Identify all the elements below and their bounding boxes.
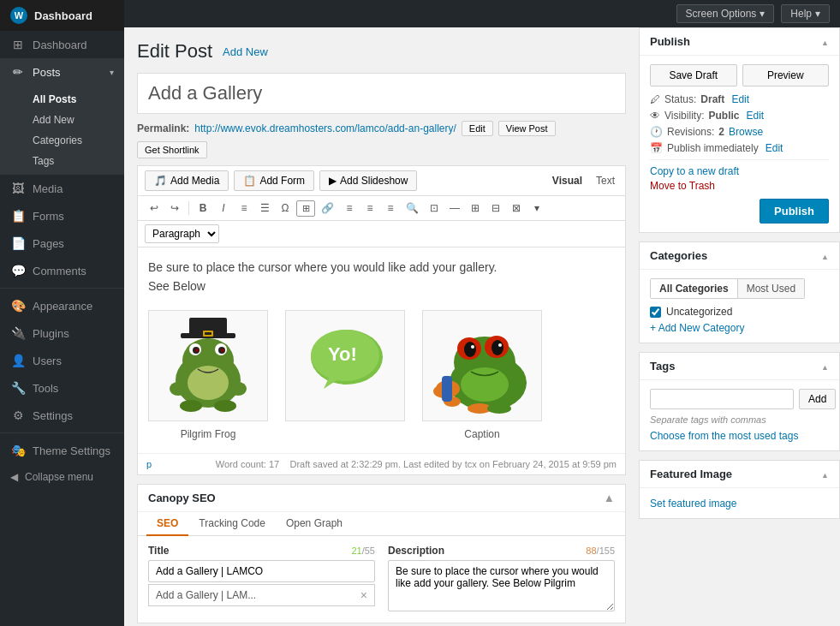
sidebar-sub-item-add-new[interactable]: Add New: [0, 110, 124, 130]
sidebar-sub-item-all-posts[interactable]: All Posts: [0, 89, 124, 110]
sidebar-item-appearance[interactable]: 🎨 Appearance: [0, 292, 124, 319]
forms-icon: 📋: [10, 209, 26, 223]
collapse-menu-item[interactable]: ◀ Collapse menu: [0, 464, 124, 490]
sidebar-panel: Publish Save Draft Preview 🖊 Status: Dra…: [639, 27, 840, 626]
redo-button[interactable]: ↪: [165, 200, 184, 217]
add-form-button[interactable]: 📋 Add Form: [234, 170, 314, 191]
special-chars-button[interactable]: Ω: [276, 200, 295, 217]
sidebar-item-media[interactable]: 🖼 Media: [0, 175, 124, 202]
browse-link[interactable]: Browse: [729, 126, 763, 138]
search-replace-button[interactable]: 🔍: [402, 200, 423, 217]
cat-tab-all[interactable]: All Categories: [650, 278, 738, 299]
seo-tab-opengraph[interactable]: Open Graph: [276, 512, 353, 536]
table-options-button[interactable]: ⊠: [507, 200, 526, 217]
gallery-image-2: [422, 310, 542, 421]
link-button[interactable]: 🔗: [317, 200, 338, 217]
italic-button[interactable]: I: [214, 200, 233, 217]
add-slideshow-button[interactable]: ▶ Add Slideshow: [319, 170, 417, 191]
publish-panel-header[interactable]: Publish: [640, 28, 839, 56]
preview-button[interactable]: Preview: [742, 64, 830, 86]
copy-draft-link[interactable]: Copy to a new draft: [650, 165, 829, 177]
tools-icon: 🔧: [10, 381, 26, 395]
table-button[interactable]: ⊞: [466, 200, 485, 217]
sidebar-sub-item-categories[interactable]: Categories: [0, 130, 124, 151]
move-trash-link[interactable]: Move to Trash: [650, 180, 715, 192]
sidebar-item-pages[interactable]: 📄 Pages: [0, 230, 124, 257]
permalink-label: Permalink:: [137, 122, 189, 134]
appearance-icon: 🎨: [10, 299, 26, 313]
seo-collapse-button[interactable]: ▲: [604, 492, 615, 504]
save-draft-button[interactable]: Save Draft: [650, 64, 737, 86]
post-title-input[interactable]: [138, 74, 625, 113]
align-right-button[interactable]: ≡: [381, 200, 400, 217]
uncategorized-checkbox[interactable]: [650, 307, 661, 318]
shortlink-button[interactable]: Get Shortlink: [137, 141, 207, 158]
seo-tab-seo[interactable]: SEO: [146, 512, 188, 536]
visibility-edit-link[interactable]: Edit: [746, 110, 764, 122]
sidebar-item-users[interactable]: 👤 Users: [0, 347, 124, 374]
more-button[interactable]: ⊞: [296, 200, 315, 217]
seo-autocomplete-close[interactable]: ×: [360, 588, 367, 602]
categories-panel-header[interactable]: Categories: [640, 242, 839, 270]
sidebar-sub-item-tags[interactable]: Tags: [0, 151, 124, 171]
svg-point-10: [229, 382, 247, 396]
featured-image-content: Set featured image: [640, 488, 839, 518]
view-post-button[interactable]: View Post: [498, 121, 556, 136]
view-toggle: Visual Text: [549, 173, 618, 188]
align-center-button[interactable]: ≡: [360, 200, 379, 217]
permalink-edit-button[interactable]: Edit: [462, 121, 493, 136]
sidebar-item-tools[interactable]: 🔧 Tools: [0, 374, 124, 402]
publish-buttons-row: Save Draft Preview: [650, 64, 829, 86]
sidebar-item-settings[interactable]: ⚙ Settings: [0, 402, 124, 429]
screen-options-button[interactable]: Screen Options ▾: [676, 4, 775, 23]
tags-input[interactable]: [650, 389, 794, 409]
categories-tabs: All Categories Most Used: [650, 278, 829, 299]
embed-button[interactable]: ⊡: [425, 200, 444, 217]
bold-button[interactable]: B: [194, 200, 212, 217]
seo-desc-header: Description 88/155: [388, 545, 615, 557]
ordered-list-button[interactable]: ☰: [255, 200, 274, 217]
set-featured-image-link[interactable]: Set featured image: [650, 498, 736, 510]
seo-tab-tracking[interactable]: Tracking Code: [188, 512, 276, 536]
sidebar-item-comments[interactable]: 💬 Comments: [0, 257, 124, 284]
sidebar-item-forms[interactable]: 📋 Forms: [0, 202, 124, 230]
choose-tags-link[interactable]: Choose from the most used tags: [650, 430, 798, 442]
featured-image-header[interactable]: Featured Image: [640, 461, 839, 488]
editor-content[interactable]: Be sure to place the cursor where you wo…: [138, 247, 625, 453]
status-icon: 🖊: [650, 93, 660, 105]
sidebar-item-posts[interactable]: ✏ Posts ▾: [0, 58, 124, 86]
undo-button[interactable]: ↩: [145, 200, 164, 217]
publish-time-edit-link[interactable]: Edit: [766, 142, 783, 154]
status-label: Status:: [664, 93, 696, 105]
seo-tabs: SEO Tracking Code Open Graph: [138, 512, 625, 536]
publish-button[interactable]: Publish: [760, 199, 829, 224]
status-edit-link[interactable]: Edit: [731, 93, 749, 105]
add-media-button[interactable]: 🎵 Add Media: [145, 170, 229, 191]
sidebar-item-dashboard[interactable]: ⊞ Dashboard: [0, 31, 124, 58]
add-form-icon: 📋: [243, 175, 256, 187]
sidebar: W Dashboard ⊞ Dashboard ✏ Posts ▾ All Po…: [0, 0, 124, 626]
seo-title-input[interactable]: [148, 560, 375, 582]
seo-desc-textarea[interactable]: Be sure to place the cursor where you wo…: [388, 560, 615, 611]
text-tab[interactable]: Text: [593, 173, 618, 188]
align-left-button[interactable]: ≡: [340, 200, 359, 217]
hr-button[interactable]: —: [445, 200, 464, 217]
unordered-list-button[interactable]: ≡: [235, 200, 253, 217]
sidebar-item-theme-settings[interactable]: 🎭 Theme Settings: [0, 437, 124, 464]
help-button[interactable]: Help ▾: [781, 4, 830, 23]
gallery-row: Pilgrim Frog: [148, 310, 615, 443]
add-new-link[interactable]: Add New: [223, 45, 268, 58]
svg-text:Yo!: Yo!: [328, 343, 357, 365]
collapse-label: Collapse menu: [25, 471, 93, 483]
toolbar-toggle-button[interactable]: ▾: [527, 200, 546, 217]
tags-panel-header[interactable]: Tags: [640, 353, 839, 380]
visual-tab[interactable]: Visual: [549, 173, 586, 188]
tags-add-button[interactable]: Add: [799, 389, 836, 409]
add-category-link[interactable]: + Add New Category: [650, 322, 744, 334]
permalink-url[interactable]: http://www.evok.dreamhosters.com/lamco/a…: [194, 122, 456, 134]
sidebar-item-plugins[interactable]: 🔌 Plugins: [0, 319, 124, 347]
paragraph-select[interactable]: Paragraph: [145, 224, 219, 243]
cat-tab-most-used[interactable]: Most Used: [738, 278, 805, 299]
table-edit-button[interactable]: ⊟: [486, 200, 505, 217]
sidebar-item-label: Forms: [33, 210, 64, 223]
